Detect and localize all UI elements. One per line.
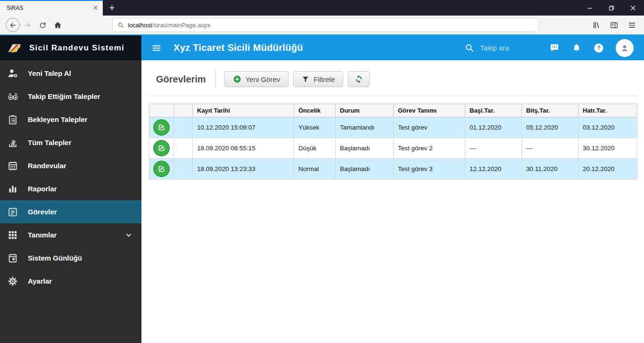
sidebar-item-tasks[interactable]: Görevler <box>0 200 141 223</box>
sidebar-item-settings[interactable]: Ayarlar <box>0 270 141 293</box>
cell-edit <box>149 117 174 138</box>
cell-edit <box>149 159 174 180</box>
avatar[interactable] <box>616 39 634 57</box>
library-icon <box>592 21 601 30</box>
edit-icon <box>157 164 166 173</box>
reload-button[interactable] <box>35 17 50 33</box>
appbar: Xyz Ticaret Sicili Müdürlüğü ? <box>141 35 644 60</box>
messages-icon[interactable] <box>549 42 560 54</box>
column-header[interactable]: Hatr.Tar. <box>578 104 637 117</box>
plus-circle-icon <box>233 75 241 83</box>
back-button[interactable] <box>6 18 20 32</box>
tab-close-icon[interactable] <box>93 5 98 10</box>
search-icon <box>464 43 474 53</box>
cell-kayit-tarihi: 18.09.2020 08:55:15 <box>193 138 294 159</box>
sidebar-item-pending-requests[interactable]: Bekleyen Talepler <box>0 108 141 131</box>
cell-kayit-tarihi: 18.09.2020 13:23:33 <box>193 159 294 180</box>
column-header[interactable]: Öncelik <box>294 104 336 117</box>
search-input[interactable] <box>480 44 536 52</box>
sidebar-item-definitions[interactable]: Tanımlar <box>0 223 141 246</box>
cell-hatr-tar: 20.12.2020 <box>578 159 637 180</box>
new-task-label: Yeni Görev <box>246 75 281 83</box>
hamburger-icon <box>151 43 162 53</box>
sidebar-item-all-requests[interactable]: Tüm Talepler <box>0 131 141 154</box>
person-icon <box>619 43 630 53</box>
forward-icon <box>24 21 32 29</box>
sidebar-item-followed-requests[interactable]: Takip Ettiğim Talepler <box>0 85 141 108</box>
cell-basl-tar: 01.12.2020 <box>465 117 522 138</box>
url-bar[interactable]: localhost/siras/mainPage.aspx <box>112 18 539 32</box>
browser-tab-bar: SiRAS <box>0 0 644 16</box>
column-header[interactable] <box>149 104 174 117</box>
column-header[interactable]: Başl.Tar. <box>465 104 522 117</box>
sidebar-item-new-request[interactable]: Yeni Talep Al <box>0 62 141 85</box>
library-button[interactable] <box>588 17 603 33</box>
tasks-icon <box>7 206 19 218</box>
help-icon[interactable]: ? <box>593 42 604 54</box>
window-close-button[interactable] <box>622 0 644 16</box>
forward-button[interactable] <box>20 17 35 33</box>
tasks-table: Kayıt TarihiÖncelikDurumGörev TanımıBaşl… <box>149 104 637 180</box>
brand-title: Sicil Randevu Sistemi <box>29 43 124 53</box>
column-header[interactable] <box>174 104 193 117</box>
refresh-button[interactable] <box>348 71 370 87</box>
cell-durum: Başlamadı <box>336 138 394 159</box>
home-icon <box>53 21 62 30</box>
browser-tab[interactable]: SiRAS <box>0 0 103 16</box>
content-header: Görevlerim Yeni Görev Filtrele <box>149 69 636 89</box>
column-header[interactable]: Kayıt Tarihi <box>193 104 294 117</box>
home-button[interactable] <box>50 17 65 33</box>
browser-menu-button[interactable] <box>624 17 639 33</box>
filter-button[interactable]: Filtrele <box>293 71 343 87</box>
cell-gorev-tanimi: Test görev 2 <box>394 138 465 159</box>
column-header[interactable]: Bitş.Tar. <box>522 104 578 117</box>
url-host: localhost <box>128 22 152 29</box>
cell-oncelik: Normal <box>294 159 336 180</box>
browser-toolbar: localhost/siras/mainPage.aspx <box>0 16 644 35</box>
search-bar[interactable] <box>464 43 542 53</box>
cell-durum: Başlamadı <box>336 159 394 180</box>
grid-header-row: Kayıt TarihiÖncelikDurumGörev TanımıBaşl… <box>149 104 637 117</box>
sidebar-item-reports[interactable]: Raporlar <box>0 177 141 200</box>
window-restore-button[interactable] <box>601 0 622 16</box>
stack-icon <box>7 137 19 148</box>
cell-kayit-tarihi: 10.12.2020 15:09:07 <box>193 117 294 138</box>
url-path: /siras/mainPage.aspx <box>152 22 210 29</box>
cell-basl-tar: --- <box>465 138 522 159</box>
filter-icon <box>302 75 309 83</box>
back-icon <box>9 21 17 29</box>
window-controls <box>579 0 644 16</box>
horizontal-divider <box>149 96 636 96</box>
menu-toggle-button[interactable] <box>151 43 162 53</box>
app-logo <box>6 41 25 55</box>
bar-chart-icon <box>7 183 19 195</box>
edit-icon <box>157 123 166 132</box>
edit-row-button[interactable] <box>153 140 170 156</box>
svg-text:?: ? <box>597 44 601 51</box>
notifications-icon[interactable] <box>571 43 582 53</box>
column-header[interactable]: Görev Tanımı <box>394 104 465 117</box>
grid-body: 10.12.2020 15:09:07YüksekTamamlandıTest … <box>149 117 637 180</box>
cell-durum: Tamamlandı <box>336 117 394 138</box>
new-tab-button[interactable] <box>103 0 121 16</box>
edit-icon <box>157 144 166 153</box>
sidebars-button[interactable] <box>606 17 621 33</box>
window-minimize-button[interactable] <box>579 0 601 16</box>
cell-bits-tar: 05.12.2020 <box>522 117 578 138</box>
office-title: Xyz Ticaret Sicili Müdürlüğü <box>173 42 303 53</box>
sidebar-toggle-icon <box>610 21 619 30</box>
edit-row-button[interactable] <box>153 161 170 177</box>
toolbar-right-icons <box>588 17 639 33</box>
refresh-icon <box>354 74 363 84</box>
sidebar-item-system-log[interactable]: Sistem Günlüğü <box>0 246 141 270</box>
gear-icon <box>7 276 19 287</box>
new-task-button[interactable]: Yeni Görev <box>224 71 289 87</box>
calendar-log-icon <box>7 253 19 264</box>
edit-row-button[interactable] <box>153 119 170 136</box>
cell-blank <box>174 159 193 180</box>
table-row: 18.09.2020 13:23:33NormalBaşlamadıTest g… <box>149 159 637 180</box>
cell-bits-tar: 30.11.2020 <box>522 159 578 180</box>
column-header[interactable]: Durum <box>336 104 394 117</box>
sidebar-item-appointments[interactable]: Randevular <box>0 154 141 177</box>
url-search-icon <box>117 22 124 28</box>
